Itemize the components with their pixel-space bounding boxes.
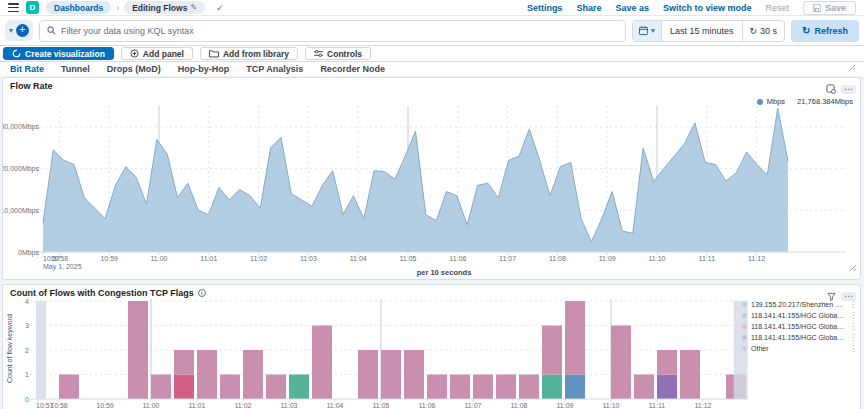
y-tick-label: 2 bbox=[25, 347, 29, 354]
tab-recorder-node[interactable]: Recorder Node bbox=[320, 64, 385, 74]
x-tick-label: 11:11 bbox=[649, 402, 666, 409]
bar-segment bbox=[611, 326, 631, 400]
menu-icon[interactable] bbox=[8, 3, 19, 12]
bar-segment bbox=[565, 301, 585, 375]
dashboard-app: D Dashboards › Editing Flows ✎ ✓ Setting… bbox=[0, 0, 864, 409]
bar-segment bbox=[657, 375, 677, 400]
x-tick-label: 10:59 bbox=[100, 255, 118, 262]
x-tick-label: 11:03 bbox=[281, 402, 298, 409]
x-tick-label: 11:00 bbox=[151, 255, 168, 262]
x-axis-date-label: May 1, 2025 bbox=[43, 263, 82, 271]
create-visualization-button[interactable]: Create visualization bbox=[3, 47, 114, 60]
breadcrumb-dashboards[interactable]: Dashboards bbox=[46, 1, 111, 14]
breadcrumb-editing-flows[interactable]: Editing Flows ✎ bbox=[124, 1, 205, 14]
app-logo[interactable]: D bbox=[26, 1, 39, 14]
refresh-interval-value: 30 s bbox=[760, 26, 777, 36]
kql-search-box[interactable] bbox=[39, 20, 626, 42]
search-icon bbox=[47, 26, 56, 35]
x-tick-label: 11:03 bbox=[300, 255, 317, 262]
query-bar: ▾ + ▾ Last 15 minutes ↻ 30 s ↻ Refresh bbox=[0, 16, 864, 46]
kql-search-input[interactable] bbox=[61, 26, 618, 36]
y-tick-label: 3 bbox=[25, 322, 29, 329]
x-tick-label: 11:06 bbox=[449, 255, 466, 262]
x-tick-label: 11:02 bbox=[250, 255, 267, 262]
y-tick-label: 1 bbox=[25, 371, 29, 378]
save-label: Save bbox=[825, 3, 846, 13]
add-panel-label: Add panel bbox=[143, 49, 184, 59]
y-tick-label: 30,000Mbps bbox=[3, 123, 39, 131]
x-tick-label: 11:05 bbox=[373, 402, 390, 409]
bar-segment bbox=[174, 375, 194, 400]
bar-segment bbox=[358, 350, 378, 399]
nav-link-switch-to-view-mode[interactable]: Switch to view mode bbox=[663, 3, 752, 13]
x-tick-label: 11:12 bbox=[748, 255, 765, 262]
chevron-down-icon: ▾ bbox=[651, 27, 655, 35]
congestion-chart[interactable]: 10:5710:5810:5911:0011:0111:0211:0311:04… bbox=[3, 285, 860, 409]
dashboard-tabs: Bit RateTunnelDrops (MoD)Hop-by-HopTCP A… bbox=[0, 62, 864, 76]
x-tick-label: 11:04 bbox=[327, 402, 344, 409]
bar-segment bbox=[634, 375, 654, 400]
refresh-button[interactable]: ↻ Refresh bbox=[791, 20, 859, 42]
bar-segment bbox=[266, 375, 286, 400]
refresh-interval-button[interactable]: ↻ 30 s bbox=[742, 21, 785, 41]
bar-segment bbox=[450, 375, 470, 400]
check-icon: ✓ bbox=[216, 3, 224, 13]
reset-button[interactable]: Reset bbox=[765, 3, 789, 13]
pencil-icon: ✎ bbox=[190, 3, 197, 12]
nav-link-settings[interactable]: Settings bbox=[527, 3, 563, 13]
nav-link-save-as[interactable]: Save as bbox=[615, 3, 649, 13]
y-tick-label: 20,000Mbps bbox=[3, 165, 39, 173]
bar-segment bbox=[289, 375, 309, 400]
time-picker: ▾ Last 15 minutes ↻ 30 s bbox=[632, 20, 785, 42]
flow-rate-panel: Flow Rate ⋯ Mbps 21,768.384Mbps 10:5710:… bbox=[2, 77, 861, 280]
save-button[interactable]: Save bbox=[803, 1, 856, 15]
x-tick-label: 10:58 bbox=[50, 402, 68, 409]
bar-segment bbox=[197, 350, 217, 399]
bar-segment bbox=[680, 350, 700, 399]
sliders-icon bbox=[314, 49, 323, 58]
add-filter-button[interactable]: + bbox=[16, 24, 29, 37]
bar-segment bbox=[220, 375, 240, 400]
add-panel-button[interactable]: Add panel bbox=[121, 47, 193, 60]
x-tick-label: 11:00 bbox=[143, 402, 160, 409]
bar-segment bbox=[404, 350, 424, 399]
breadcrumb-label: Editing Flows bbox=[132, 3, 187, 13]
x-tick-label: 10:59 bbox=[96, 402, 114, 409]
y-tick-label: 4 bbox=[25, 298, 29, 305]
clock-refresh-icon: ↻ bbox=[750, 26, 758, 36]
edit-toolbar: Create visualization Add panel Add from … bbox=[0, 46, 864, 62]
x-tick-label: 11:08 bbox=[511, 402, 528, 409]
tab-tunnel[interactable]: Tunnel bbox=[61, 64, 90, 74]
x-tick-label: 11:11 bbox=[699, 255, 716, 262]
time-range-button[interactable]: Last 15 minutes bbox=[662, 21, 742, 41]
panel-resize-handle-icon[interactable] bbox=[849, 258, 857, 276]
calendar-icon bbox=[639, 26, 648, 35]
x-tick-label: 11:07 bbox=[465, 402, 482, 409]
tab-hop-by-hop[interactable]: Hop-by-Hop bbox=[178, 64, 230, 74]
visualization-icon bbox=[12, 49, 21, 58]
x-tick-label: 10:58 bbox=[51, 255, 69, 262]
nav-link-share[interactable]: Share bbox=[576, 3, 601, 13]
create-visualization-label: Create visualization bbox=[25, 49, 105, 59]
y-tick-label: 0Mbps bbox=[18, 249, 40, 257]
tab-tcp-analysis[interactable]: TCP Analysis bbox=[246, 64, 303, 74]
controls-label: Controls bbox=[327, 49, 362, 59]
x-axis-title: per 10 seconds bbox=[417, 268, 472, 277]
y-tick-label: 0 bbox=[25, 396, 29, 403]
tab-bit-rate[interactable]: Bit Rate bbox=[10, 64, 44, 74]
add-from-library-button[interactable]: Add from library bbox=[200, 47, 298, 60]
resize-handle-icon[interactable] bbox=[849, 63, 856, 73]
refresh-label: Refresh bbox=[814, 26, 848, 36]
bar-segment bbox=[496, 375, 516, 400]
chevron-down-icon[interactable]: ▾ bbox=[9, 27, 13, 35]
date-picker-button[interactable]: ▾ bbox=[633, 21, 662, 41]
bar-segment bbox=[565, 375, 585, 400]
dashboard-canvas: Flow Rate ⋯ Mbps 21,768.384Mbps 10:5710:… bbox=[0, 76, 864, 409]
flow-rate-chart[interactable]: 10:5710:5810:5911:0011:0111:0211:0311:04… bbox=[3, 78, 860, 279]
bar-segment bbox=[473, 375, 493, 400]
tab-drops-mod-[interactable]: Drops (MoD) bbox=[107, 64, 161, 74]
controls-button[interactable]: Controls bbox=[305, 47, 371, 60]
flow-area-series bbox=[43, 108, 788, 252]
save-icon bbox=[813, 4, 821, 12]
x-tick-label: 11:09 bbox=[599, 255, 616, 262]
